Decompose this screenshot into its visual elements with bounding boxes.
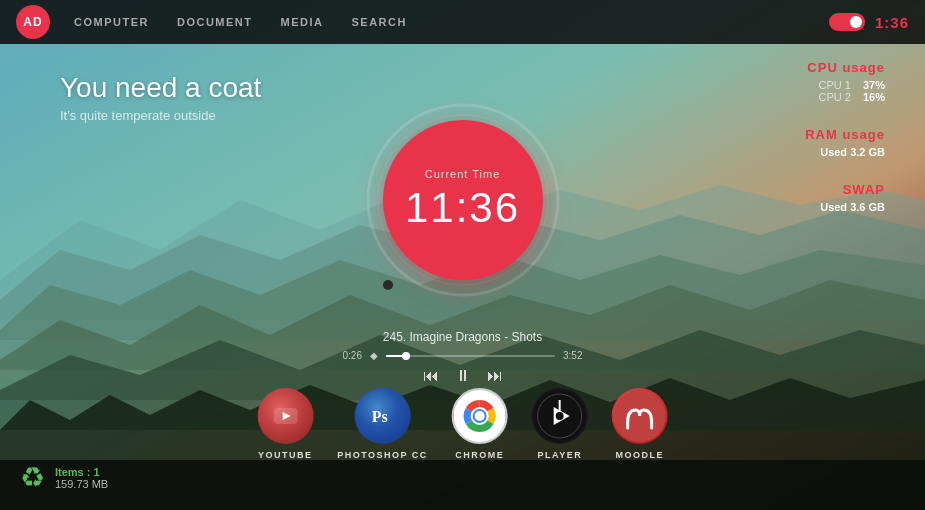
logo-text: AD: [23, 15, 42, 29]
moodle-icon: [612, 388, 668, 444]
music-player: 245. Imagine Dragons - Shots 0:26 ◆ 3:52…: [343, 330, 583, 385]
clock-face: Current Time 11:36: [383, 120, 543, 280]
svg-point-20: [556, 412, 564, 420]
topbar-clock: 1:36: [875, 14, 909, 31]
music-elapsed: 0:26: [343, 350, 362, 361]
swap-label: SWAP: [805, 182, 885, 197]
music-controls: ⏮ ⏸ ⏭: [423, 367, 503, 385]
swap-used: Used 3.6 GB: [820, 201, 885, 213]
app-item-player[interactable]: PLAYER: [532, 388, 588, 460]
player-label: PLAYER: [538, 450, 583, 460]
bottom-left-info: ♻ Items : 1 159.73 MB: [20, 461, 108, 494]
svg-point-16: [475, 411, 485, 421]
ram-section: RAM usage Used 3.2 GB: [805, 127, 885, 158]
cpu1-key: CPU 1: [819, 79, 851, 91]
app-item-youtube[interactable]: YOUTUBE: [257, 388, 313, 460]
music-bar-fill: [386, 355, 406, 357]
ram-used: Used 3.2 GB: [820, 146, 885, 158]
clock-container: Current Time 11:36: [363, 100, 563, 300]
music-progress-row: 0:26 ◆ 3:52: [343, 350, 583, 361]
nav-document[interactable]: DOCUMENT: [177, 16, 253, 28]
clock-dot: [383, 280, 393, 290]
chrome-logo-svg: [454, 390, 506, 442]
moodle-logo-svg: [614, 390, 666, 442]
music-total: 3:52: [563, 350, 582, 361]
ram-label: RAM usage: [805, 127, 885, 142]
cpu-label: CPU usage: [805, 60, 885, 75]
trash-icon: ♻: [20, 461, 45, 494]
next-button[interactable]: ⏭: [487, 367, 503, 385]
topbar: AD COMPUTER DOCUMENT MEDIA SEARCH 1:36: [0, 0, 925, 44]
cpu1-row: CPU 1 37%: [805, 79, 885, 91]
items-info: Items : 1 159.73 MB: [55, 466, 108, 490]
system-info: CPU usage CPU 1 37% CPU 2 16% RAM usage …: [805, 60, 885, 237]
youtube-play-icon: [271, 406, 299, 426]
prev-button[interactable]: ⏮: [423, 367, 439, 385]
toggle-switch[interactable]: [829, 13, 865, 31]
cpu2-row: CPU 2 16%: [805, 91, 885, 103]
app-dock: YOUTUBE Ps PHOTOSHOP CC: [257, 388, 668, 460]
clock-time: 11:36: [405, 184, 520, 232]
nav-search[interactable]: SEARCH: [351, 16, 406, 28]
ram-used-row: Used 3.2 GB: [805, 146, 885, 158]
clock-ring: Current Time 11:36: [363, 100, 563, 300]
app-item-moodle[interactable]: MOODLE: [612, 388, 668, 460]
logo-button[interactable]: AD: [16, 5, 50, 39]
cpu2-val: 16%: [863, 91, 885, 103]
nav-computer[interactable]: COMPUTER: [74, 16, 149, 28]
photoshop-icon: Ps: [355, 388, 411, 444]
moodle-label: MOODLE: [616, 450, 665, 460]
music-separator: ◆: [370, 350, 378, 361]
app-item-photoshop[interactable]: Ps PHOTOSHOP CC: [337, 388, 428, 460]
player-logo-svg: [534, 390, 586, 442]
weather-subtitle: It's quite temperate outside: [60, 108, 261, 123]
weather-info: You need a coat It's quite temperate out…: [60, 72, 261, 123]
cpu-section: CPU usage CPU 1 37% CPU 2 16%: [805, 60, 885, 103]
nav-menu: COMPUTER DOCUMENT MEDIA SEARCH: [74, 16, 829, 28]
app-item-chrome[interactable]: CHROME: [452, 388, 508, 460]
chrome-icon: [452, 388, 508, 444]
topbar-right: 1:36: [829, 13, 909, 31]
player-icon: [532, 388, 588, 444]
photoshop-label: PHOTOSHOP CC: [337, 450, 428, 460]
music-track-title: 245. Imagine Dragons - Shots: [383, 330, 542, 344]
cpu1-val: 37%: [863, 79, 885, 91]
clock-label: Current Time: [425, 168, 501, 180]
swap-section: SWAP Used 3.6 GB: [805, 182, 885, 213]
music-bar-dot: [402, 352, 410, 360]
chrome-label: CHROME: [455, 450, 504, 460]
cpu2-key: CPU 2: [819, 91, 851, 103]
nav-media[interactable]: MEDIA: [281, 16, 324, 28]
svg-rect-7: [0, 460, 925, 510]
photoshop-ps-icon: Ps: [367, 400, 399, 432]
music-progress-bar[interactable]: [386, 355, 555, 357]
youtube-icon: [257, 388, 313, 444]
pause-button[interactable]: ⏸: [455, 367, 471, 385]
swap-used-row: Used 3.6 GB: [805, 201, 885, 213]
svg-text:Ps: Ps: [372, 408, 388, 425]
items-label: Items : 1: [55, 466, 108, 478]
items-size: 159.73 MB: [55, 478, 108, 490]
weather-title: You need a coat: [60, 72, 261, 104]
youtube-label: YOUTUBE: [258, 450, 313, 460]
